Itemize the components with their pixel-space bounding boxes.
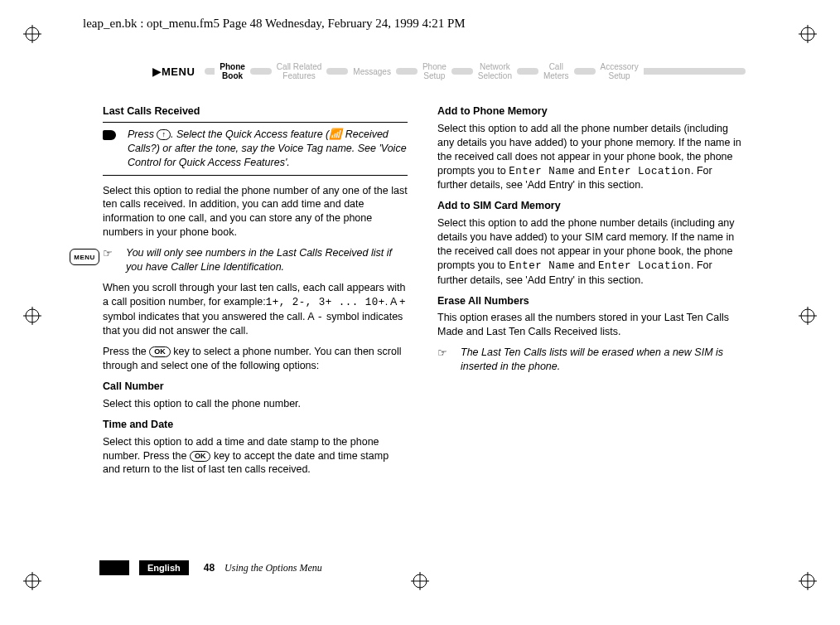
menu-item-accessory-setup: Accessory Setup [596, 60, 644, 83]
mono-text: + [399, 297, 406, 308]
pointing-hand-icon: ☞ [437, 346, 461, 361]
qa-text: . Select the Quick Access feature ( [171, 128, 329, 140]
note-text: You will only see numbers in the Last Ca… [126, 246, 408, 274]
ok-key-icon: OK [190, 451, 211, 462]
menu-connector [644, 68, 746, 75]
crop-mark [799, 25, 817, 43]
page-number: 48 [204, 562, 215, 574]
left-column: Last Calls Received Press ↑. Select the … [103, 104, 408, 483]
menu-connector [326, 68, 348, 75]
menu-item-phone-book: Phone Book [215, 60, 250, 83]
pointing-hand-icon: ☞ [103, 246, 126, 261]
crop-mark [799, 307, 817, 325]
note-text: The Last Ten Calls lists will be erased … [461, 346, 742, 374]
page-content: ▶ MENU Phone Book Call Related Features … [103, 58, 746, 483]
menu-item-call-meters: Call Meters [538, 60, 574, 83]
menu-item-line: Features [282, 71, 315, 80]
menu-item-line: Messages [353, 67, 391, 76]
para-text: Press the [103, 346, 149, 357]
menu-connector [574, 68, 596, 75]
menu-item-line: Book [222, 71, 243, 80]
crop-mark [23, 572, 41, 590]
heading-erase-all-numbers: Erase All Numbers [437, 294, 742, 308]
mono-text: Enter Location [598, 260, 691, 272]
para-text: symbol indicates that you answered the c… [103, 311, 316, 322]
right-column: Add to Phone Memory Select this option t… [437, 104, 742, 483]
menu-connector [517, 68, 538, 75]
menu-item-line: Network [480, 62, 510, 71]
para-text: and [575, 165, 598, 177]
ok-key-icon: OK [149, 346, 171, 357]
menu-item-line: Selection [478, 71, 512, 80]
crop-mark [411, 572, 429, 590]
signal-icon: 📶 [329, 128, 342, 140]
heading-add-sim-memory: Add to SIM Card Memory [437, 199, 742, 213]
body-paragraph: Select this option to add all the phone … [437, 122, 742, 192]
menu-item-line: Call Related [277, 62, 321, 71]
page-footer: English 48 Using the Options Menu [99, 560, 322, 575]
qa-text: Press [128, 128, 157, 140]
menu-item-line: Call [549, 62, 563, 71]
menu-arrow-icon: ▶ [152, 65, 162, 78]
crop-mark [23, 307, 41, 325]
note-row: ☞ The Last Ten Calls lists will be erase… [437, 346, 742, 374]
menu-item-line: Meters [543, 71, 569, 80]
menu-item-messages: Messages [348, 60, 396, 83]
body-paragraph: Press the OK key to select a phone numbe… [103, 345, 408, 373]
crop-mark [799, 572, 817, 590]
mono-text: Enter Name [509, 260, 575, 272]
footer-language-tab: English [139, 560, 189, 575]
menu-item-line: Setup [609, 71, 630, 80]
menu-item-phone-setup: Phone Setup [418, 60, 451, 83]
menu-connector [451, 68, 473, 75]
quick-access-box: Press ↑. Select the Quick Access feature… [103, 122, 408, 176]
body-paragraph: Select this option to add a time and dat… [103, 435, 408, 477]
menu-item-line: Accessory [601, 62, 639, 71]
heading-last-calls-received: Last Calls Received [103, 104, 408, 119]
quick-access-text: Press ↑. Select the Quick Access feature… [128, 128, 408, 170]
body-paragraph: Select this option to add the phone numb… [437, 216, 742, 287]
footer-section-title: Using the Options Menu [224, 562, 322, 574]
heading-time-date: Time and Date [103, 418, 408, 432]
menu-item-network-selection: Network Selection [473, 60, 517, 83]
body-paragraph: This option erases all the numbers store… [437, 311, 742, 339]
menu-connector [205, 68, 215, 75]
note-row: ☞ You will only see numbers in the Last … [103, 246, 408, 274]
para-text: and [575, 259, 598, 271]
body-paragraph: Select this option to call the phone num… [103, 397, 408, 411]
footer-black-tab [99, 560, 129, 575]
menu-margin-badge: MENU [70, 249, 99, 265]
heading-add-phone-memory: Add to Phone Memory [437, 104, 742, 119]
menu-item-call-related: Call Related Features [272, 60, 326, 83]
framemaker-header: leap_en.bk : opt_menu.fm5 Page 48 Wednes… [83, 17, 466, 31]
body-paragraph: Select this option to redial the phone n… [103, 184, 408, 240]
menu-bar: ▶ MENU Phone Book Call Related Features … [152, 58, 746, 85]
crop-mark [23, 25, 41, 43]
menu-item-line: Setup [423, 71, 445, 80]
mono-text: Enter Location [598, 166, 691, 177]
menu-item-line: Phone [422, 62, 447, 71]
para-text: . A [385, 296, 399, 308]
mono-text: - [316, 312, 323, 323]
body-paragraph: When you scroll through your last ten ca… [103, 281, 408, 339]
mono-text: Enter Name [509, 166, 575, 177]
menu-connector [250, 68, 272, 75]
body-columns: Last Calls Received Press ↑. Select the … [103, 104, 746, 483]
mono-text: 1+, 2-, 3+ ... 10+ [266, 297, 385, 308]
menu-label: MENU [162, 65, 195, 78]
quick-access-arrow-icon [103, 128, 128, 170]
menu-connector [396, 68, 418, 75]
up-key-icon: ↑ [157, 129, 171, 140]
heading-call-number: Call Number [103, 380, 408, 394]
menu-item-line: Phone [220, 62, 245, 71]
